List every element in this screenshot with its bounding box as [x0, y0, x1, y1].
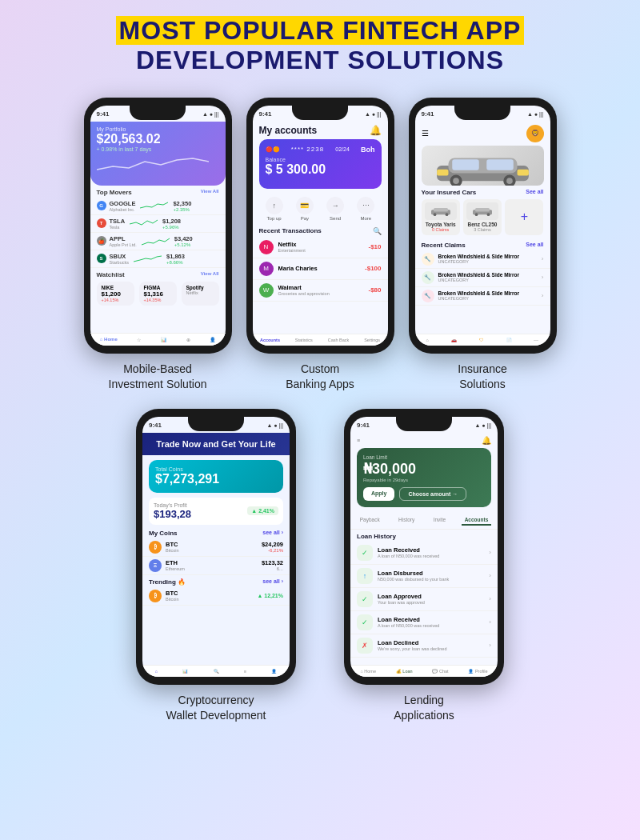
phone-insurance-screen: 9:41 ▲ ● ||| ☰ 🦁	[415, 106, 550, 346]
phone-lending-screen: 9:41 ▲ ● ||| ≡ 🔔 Loan Limit ₦30,000 Repa…	[350, 417, 498, 677]
phone-card-insurance: 9:41 ▲ ● ||| ☰ 🦁	[409, 98, 557, 393]
stock-row-tsla: T TSLATesla $1,208+5.96%	[90, 215, 226, 233]
loan-header: ≡ 🔔	[350, 433, 498, 448]
status-icons: ▲ ● |||	[202, 111, 219, 117]
loan-hist-4: ✓ Loan ReceivedA loan of N50,000 was rec…	[350, 611, 498, 634]
ins-bottom-nav: ⌂🚗🛡📄⋯	[415, 334, 550, 346]
svg-point-5	[453, 178, 459, 184]
ins-insured-cars: Your Insured CarsSee all Toyota Yaris 0 …	[415, 186, 550, 242]
svg-rect-11	[434, 207, 448, 211]
bank-trans-netflix: N NetflixEntertainment -$10	[253, 237, 388, 258]
trending-title: Trending 🔥see all ›	[142, 575, 290, 587]
claim-1: 🔧 Broken Windshield & Side Mirror UNCATE…	[415, 250, 550, 269]
ins-car-image	[422, 146, 544, 186]
loan-hist-1: ✓ Loan ReceivedA loan of N50,000 was rec…	[350, 542, 498, 565]
loan-bottom-nav: ⌂ Home 💰 Loan 💬 Chat 👤 Profile	[350, 665, 498, 677]
svg-point-16	[475, 213, 478, 216]
phone-card-investment: 9:41 ▲ ● ||| My Portfolio $20,563.02 + 0…	[84, 98, 232, 393]
bank-trans-walmart: W WalmartGroceries and approvision -$80	[253, 280, 388, 302]
phone-crypto-label: CryptocurrencyWallet Development	[166, 693, 266, 724]
loan-hist-2: ↑ Loan DisbursedN50,000 was disbursed to…	[350, 565, 498, 588]
claim-2: 🔧 Broken Windshield & Side Mirror UNCATE…	[415, 269, 550, 287]
svg-point-12	[433, 213, 436, 216]
phone-banking: 9:41 ▲ ● ||| My accounts 🔔 🔴🟠 **** 2238 …	[246, 98, 394, 354]
phone-lending-label: LendingApplications	[394, 693, 454, 724]
my-coins-title: My Coinssee all ›	[142, 528, 290, 538]
crypto-total-coins: Total Coins $7,273,291	[149, 460, 283, 493]
bank-trans-header: Recent Transactions🔍	[253, 226, 388, 237]
status-time: 9:41	[97, 110, 110, 118]
phone-crypto: 9:41 ▲ ● ||| Trade Now and Get Your Life…	[136, 409, 296, 685]
svg-rect-15	[475, 207, 490, 211]
svg-rect-8	[437, 169, 448, 175]
apply-btn[interactable]: Apply	[363, 487, 394, 501]
loan-history-title: Loan History	[350, 530, 498, 542]
watchlist-title: WatchlistView All	[90, 268, 226, 280]
phone-investment-screen: 9:41 ▲ ● ||| My Portfolio $20,563.02 + 0…	[90, 106, 226, 346]
notch-loan	[396, 417, 452, 431]
phone-card-banking: 9:41 ▲ ● ||| My accounts 🔔 🔴🟠 **** 2238 …	[246, 98, 394, 393]
choose-btn[interactable]: Choose amount →	[399, 487, 466, 501]
notch	[130, 106, 186, 120]
bank-card: 🔴🟠 **** 2238 02/24 Boh Balance $ 5 300.0…	[259, 139, 382, 189]
coin-btc: ₿ BTCBitcoin $24,209 -6,21%	[142, 538, 290, 557]
bottom-phones-row: 9:41 ▲ ● ||| Trade Now and Get Your Life…	[136, 409, 504, 724]
inv-header: My Portfolio $20,563.02 + 0.98% in last …	[90, 122, 226, 186]
top-phones-row: 9:41 ▲ ● ||| My Portfolio $20,563.02 + 0…	[84, 98, 557, 393]
bank-trans-maria: M Maria Charles -$100	[253, 258, 388, 280]
phone-banking-screen: 9:41 ▲ ● ||| My accounts 🔔 🔴🟠 **** 2238 …	[253, 106, 388, 346]
notch-bank	[292, 106, 348, 120]
trending-btc: ₿ BTCBitcoin ▲ 12,21%	[142, 587, 290, 606]
stock-row-appl: 🍎 APPLApple Pvt Ltd. $3,420+5.12%	[90, 233, 226, 250]
notch-crypto	[188, 417, 244, 431]
phone-card-crypto: 9:41 ▲ ● ||| Trade Now and Get Your Life…	[136, 409, 296, 724]
claim-3: 🔧 Broken Windshield & Side Mirror UNCATE…	[415, 287, 550, 306]
loan-hist-5: ✗ Loan DeclinedWe're sorry, your loan wa…	[350, 634, 498, 658]
phone-card-lending: 9:41 ▲ ● ||| ≡ 🔔 Loan Limit ₦30,000 Repa…	[344, 409, 504, 724]
phone-lending: 9:41 ▲ ● ||| ≡ 🔔 Loan Limit ₦30,000 Repa…	[344, 409, 504, 685]
loan-tabs: Payback History Invite Accounts	[350, 512, 498, 530]
bank-bottom-nav: Accounts Statistics Cash Back Settings	[253, 334, 388, 346]
svg-point-7	[506, 178, 513, 184]
page-header: MOST POPULAR FINTECH APP DEVELOPMENT SOL…	[116, 16, 525, 75]
svg-point-17	[487, 213, 490, 216]
notch-ins	[454, 106, 510, 120]
coin-eth: Ξ ETHEthereum $123,32 6...	[142, 557, 290, 575]
phone-banking-label: CustomBanking Apps	[286, 362, 354, 393]
phone-insurance: 9:41 ▲ ● ||| ☰ 🦁	[409, 98, 557, 354]
loan-limit-card: Loan Limit ₦30,000 Repayable in 29days A…	[357, 448, 491, 507]
stock-row-google: G GOOGLEAlphabet Inc. $2,350+2.35%	[90, 198, 226, 215]
bank-header: My accounts 🔔	[253, 122, 388, 139]
phone-crypto-screen: 9:41 ▲ ● ||| Trade Now and Get Your Life…	[142, 417, 290, 677]
svg-rect-3	[486, 159, 513, 170]
phone-insurance-label: InsuranceSolutions	[458, 362, 506, 393]
crypto-profit: Today's Profit $193,28 ▲ 2,41%	[149, 498, 283, 525]
crypto-bottom-nav: ⌂📊🔍≡👤	[142, 665, 290, 677]
crypto-header: Trade Now and Get Your Life	[142, 433, 290, 455]
inv-bottom-nav: ⌂ Home ☆📊⊕👤	[90, 333, 226, 346]
page-title: MOST POPULAR FINTECH APP DEVELOPMENT SOL…	[116, 16, 525, 75]
ins-header: ☰ 🦁	[415, 122, 550, 146]
bank-actions: ↑Top up 💳Pay →Send ⋯More	[253, 194, 388, 226]
stock-row-sbux: S SBUXStarbucks $1,863+8.66%	[90, 250, 226, 268]
phone-investment: 9:41 ▲ ● ||| My Portfolio $20,563.02 + 0…	[84, 98, 232, 354]
svg-point-13	[445, 213, 448, 216]
movers-title: Top MoversView All	[90, 186, 226, 198]
svg-rect-2	[452, 159, 478, 170]
svg-rect-9	[517, 169, 528, 175]
phone-investment-label: Mobile-BasedInvestment Solution	[109, 362, 207, 393]
loan-hist-3: ✓ Loan ApprovedYour loan was approved ›	[350, 588, 498, 611]
claims-title: Recent ClaimsSee all	[415, 242, 550, 250]
